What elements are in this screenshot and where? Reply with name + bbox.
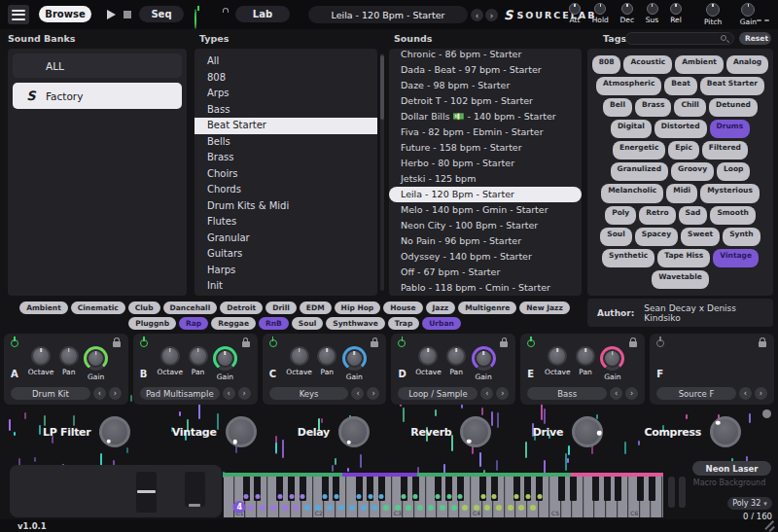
piano-key-black[interactable] [491,477,498,501]
piano-key-black[interactable] [254,477,261,501]
lab-button[interactable]: Lab [235,6,290,22]
tag-chip[interactable]: Digital [611,120,652,138]
sound-bank-item[interactable]: S Factory [13,83,182,109]
type-item[interactable]: Init [194,278,377,295]
tag-chip[interactable]: Spacey [635,228,678,246]
genre-chip[interactable]: Cinematic [71,301,125,314]
gain-knob[interactable]: Gain [472,346,496,381]
env-knob[interactable]: Sus [646,3,658,24]
sound-item[interactable]: Odyssey - 140 bpm - Starter [389,249,582,265]
genre-chip[interactable]: Synthwave [326,317,385,330]
type-item[interactable]: Beat Starter [194,118,377,134]
piano-key-black[interactable] [435,477,442,501]
slider-thumb[interactable] [189,504,200,507]
tag-chip[interactable]: Distorted [654,120,707,138]
channel-source-name[interactable]: Source F [656,387,736,400]
piano-key-black[interactable] [445,477,452,501]
type-item[interactable]: Guitars [194,246,377,263]
fx-knob[interactable] [338,416,370,447]
macro-knob[interactable]: Pitch [704,3,722,26]
type-item[interactable]: Chords [194,182,377,198]
channel-lock-icon[interactable] [500,341,508,347]
genre-chip[interactable]: Jazz [426,301,456,314]
gain-ring-icon[interactable] [600,346,624,371]
piano-key-black[interactable] [322,477,329,501]
piano-key-black[interactable] [333,477,339,501]
tag-chip[interactable]: Groovy [671,162,714,181]
source-prev-button[interactable] [351,387,364,400]
source-prev-button[interactable] [480,387,493,400]
genre-chip[interactable]: Trap [388,317,419,330]
sound-item[interactable]: Dada - Beat - 97 bpm - Starter [389,62,582,78]
knob-icon[interactable] [603,349,621,368]
source-next-button[interactable] [238,387,251,400]
scrollbar-thumb[interactable] [380,55,384,120]
knob-icon[interactable] [670,3,682,15]
piano-key-black[interactable] [401,477,407,501]
corner-dot-icon[interactable] [762,409,771,418]
tag-search-input[interactable] [625,32,734,45]
env-knob[interactable]: Dec [620,3,635,24]
tag-chip[interactable]: Soul [600,228,631,246]
power-icon[interactable] [194,9,196,29]
tag-chip[interactable]: Smooth [710,206,755,225]
sound-item[interactable]: Daze - 98 bpm - Starter [389,78,582,93]
gain-ring-icon[interactable] [472,346,496,371]
fx-knob[interactable] [572,416,603,447]
sound-item[interactable]: Pablo - 118 bpm - Cmin - Starter [389,280,582,296]
knob-icon[interactable] [216,349,234,368]
piano-key-black[interactable] [356,477,363,501]
env-knob[interactable]: Rel [670,3,682,24]
fx-knob[interactable] [710,416,741,447]
knob-icon[interactable] [446,346,466,366]
gain-ring-icon[interactable] [213,346,237,371]
tag-chip[interactable]: Synth [723,228,760,246]
reset-tags-button[interactable]: Reset [739,32,771,45]
knob-icon[interactable] [621,3,633,15]
piano-key-black[interactable] [615,477,621,501]
genre-chip[interactable]: EDM [300,301,332,314]
visual-selector-button[interactable]: Neon Laser [692,461,771,476]
piano-key-black[interactable] [536,477,543,501]
type-item[interactable]: Bass [194,102,377,119]
source-prev-button[interactable] [610,387,622,400]
tag-chip[interactable]: Energetic [613,141,665,160]
octave-knob[interactable]: Octave [545,346,571,381]
sound-item[interactable]: Detroit T - 102 bpm - Starter [389,93,582,109]
sound-item[interactable]: Melo - 140 bpm - Gmin - Starter [389,202,582,218]
channel-lock-icon[interactable] [371,341,378,347]
tag-chip[interactable]: Mysterious [700,184,760,202]
sound-item[interactable]: Leila - 120 Bpm - Starter [389,187,582,202]
genre-chip[interactable]: Dancehall [163,301,218,314]
channel-source-name[interactable]: Drum Kit [11,387,90,400]
tag-chip[interactable]: Melancholic [601,184,663,202]
tag-chip[interactable]: Sad [679,206,708,225]
gain-knob[interactable]: Gain [600,346,624,381]
tag-chip[interactable]: Granulized [611,162,669,181]
tag-chip[interactable]: Ambient [675,55,724,74]
source-prev-button[interactable] [223,387,235,400]
polyphony-dropdown[interactable]: Poly 32 [727,497,772,510]
genre-chip[interactable]: RnB [259,317,289,330]
genre-chip[interactable]: House [383,301,422,314]
piano-key-black[interactable] [592,477,599,501]
browse-button[interactable]: Browse [39,6,91,22]
type-item[interactable]: Flutes [194,214,377,231]
tag-chip[interactable]: Beat Starter [700,77,764,95]
piano-key-black[interactable] [457,477,464,501]
genre-chip[interactable]: Reggae [211,317,256,330]
sound-item[interactable]: Off - 67 bpm - Starter [389,265,582,280]
source-prev-button[interactable] [739,387,752,400]
preset-next-button[interactable] [485,9,498,21]
gain-ring-icon[interactable] [342,346,367,371]
knob-icon[interactable] [576,346,595,366]
genre-chip[interactable]: Multigenre [458,301,516,314]
tag-chip[interactable]: Midi [666,184,697,202]
piano-key-black[interactable] [288,477,295,501]
piano-key-black[interactable] [570,477,577,501]
gain-ring-icon[interactable] [84,346,108,371]
channel-power-icon[interactable] [269,339,277,347]
fx-knob[interactable] [226,416,257,447]
source-next-button[interactable] [367,387,379,400]
genre-chip[interactable]: Rap [179,317,208,330]
